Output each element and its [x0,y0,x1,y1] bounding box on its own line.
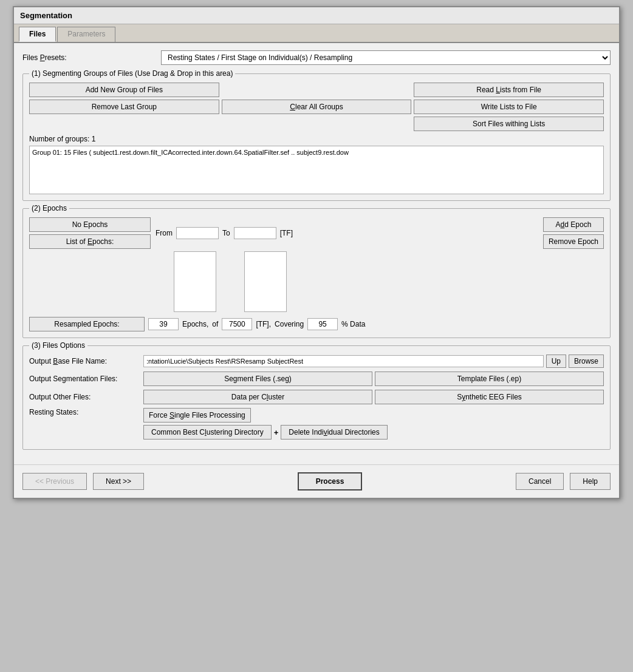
read-lists-button[interactable]: Read Lists from File [414,83,604,97]
up-button[interactable]: Up [546,355,566,368]
common-best-button[interactable]: Common Best Clustering Directory [143,425,272,440]
presets-select[interactable]: Resting States / First Stage on Individu… [161,50,611,65]
help-button[interactable]: Help [570,473,611,490]
section1-legend: (1) Segmenting Groups of Files (Use Drag… [29,69,235,78]
section3-group: (3) Files Options Output Base File Name:… [22,345,611,450]
browse-button[interactable]: Browse [569,355,604,368]
remove-group-button[interactable]: Remove Last Group [29,100,219,114]
covering-label: Covering [275,320,304,328]
main-window: Segmentation Files Parameters Files Pres… [13,6,620,499]
output-base-value: Up Browse [143,355,604,368]
process-button[interactable]: Process [298,472,363,490]
to-label: To [222,229,230,237]
resampled-epochs-button[interactable]: Resampled Epochs: [29,317,145,331]
resting-row: Resting States: Force Single Files Proce… [29,408,604,440]
remove-epoch-button[interactable]: Remove Epoch [543,234,604,249]
previous-button[interactable]: << Previous [22,473,87,490]
next-button[interactable]: Next >> [93,473,144,490]
percent-label: % Data [341,320,365,328]
output-other-row: Output Other Files: Data per Cluster Syn… [29,390,604,404]
resting-combined: Common Best Clustering Directory + Delet… [143,425,604,440]
data-cluster-button[interactable]: Data per Cluster [143,390,372,404]
template-files-button[interactable]: Template Files (.ep) [375,372,604,386]
section3-legend: (3) Files Options [29,341,87,350]
epochs-label: Epochs, [182,320,208,328]
to-input[interactable] [234,227,276,239]
bottom-bar: << Previous Next >> Process Cancel Help [14,464,619,498]
output-base-label: Output Base File Name: [29,357,139,365]
covering-input[interactable] [307,318,338,330]
from-input[interactable] [176,227,219,239]
tab-files[interactable]: Files [19,27,56,42]
add-epoch-button[interactable]: Add Epoch [543,217,604,232]
write-lists-button[interactable]: Write Lists to File [414,100,604,114]
resampled-row: Resampled Epochs: Epochs, of [TF], Cover… [29,317,604,331]
from-label: From [156,229,173,237]
resting-col: Force Single Files Processing Common Bes… [143,408,604,440]
output-seg-buttons: Segment Files (.seg) Template Files (.ep… [143,372,604,386]
main-content: Files Presets: Resting States / First St… [14,43,619,464]
tf-value-input[interactable] [222,318,252,330]
segment-files-button[interactable]: Segment Files (.seg) [143,372,372,386]
output-base-input[interactable] [143,355,544,367]
files-grid: Add New Group of Files Read Lists from F… [29,83,604,131]
to-list-box [244,251,287,312]
tabs-bar: Files Parameters [14,24,619,43]
output-other-label: Output Other Files: [29,393,139,401]
output-seg-label: Output Segmentation Files: [29,375,139,383]
section1-group: (1) Segmenting Groups of Files (Use Drag… [22,73,611,201]
sort-files-button[interactable]: Sort Files withing Lists [414,117,604,131]
section2-legend: (2) Epochs [29,204,69,212]
force-single-button[interactable]: Force Single Files Processing [143,408,251,423]
epochs-count-input[interactable] [148,318,179,330]
files-options-grid: Output Base File Name: Up Browse Output … [29,355,604,440]
num-groups: Number of groups: 1 [29,135,604,143]
no-epochs-button[interactable]: No Epochs [29,217,151,232]
tab-parameters[interactable]: Parameters [57,27,115,42]
resting-label: Resting States: [29,408,139,416]
cancel-button[interactable]: Cancel [516,473,564,490]
plus-sign: + [274,428,279,437]
output-base-row: Output Base File Name: Up Browse [29,355,604,368]
delete-individual-button[interactable]: Delete Individual Directories [281,425,387,440]
synthetic-eeg-button[interactable]: Synthetic EEG Files [375,390,604,404]
files-list: Group 01: 15 Files ( subject1.rest.down.… [29,146,604,194]
tf-label1: [TF] [280,229,293,237]
tf-label2: [TF], [256,320,271,328]
output-other-buttons: Data per Cluster Synthetic EEG Files [143,390,604,404]
presets-row: Files Presets: Resting States / First St… [22,50,611,65]
presets-select-wrapper: Resting States / First Stage on Individu… [161,50,611,65]
presets-label: Files Presets: [22,53,83,62]
output-seg-row: Output Segmentation Files: Segment Files… [29,372,604,386]
of-label: of [212,320,218,328]
section2-group: (2) Epochs No Epochs List of Epochs: Fro… [22,208,611,338]
add-group-button[interactable]: Add New Group of Files [29,83,219,97]
from-list-box [174,251,216,312]
clear-groups-button[interactable]: Clear All Groups [222,100,412,114]
list-epochs-button[interactable]: List of Epochs: [29,234,151,249]
window-title: Segmentation [14,7,619,24]
